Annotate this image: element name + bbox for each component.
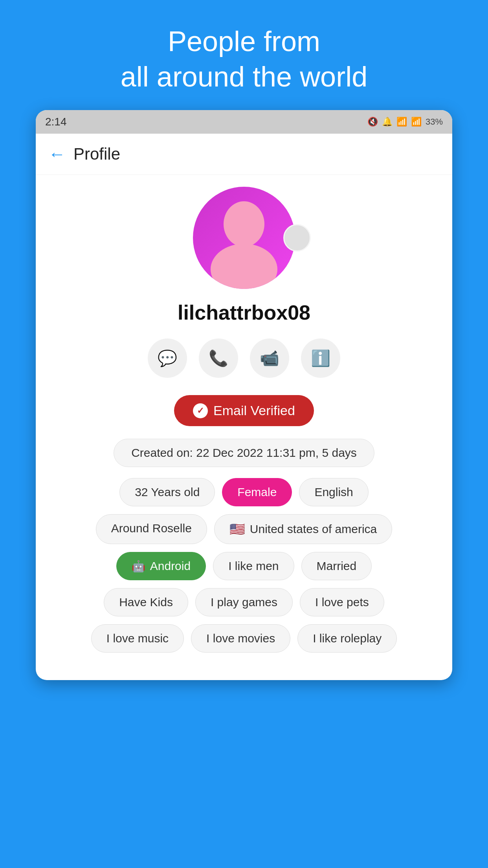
status-icons: 🔇 🔔 📶 📶 33%: [367, 117, 443, 127]
pets-tag: I love pets: [300, 588, 384, 616]
country-label: United states of america: [250, 522, 377, 536]
created-on-badge: Created on: 22 Dec 2022 11:31 pm, 5 days: [114, 439, 374, 467]
video-icon: 📹: [260, 349, 279, 368]
chat-icon: 💬: [158, 349, 177, 368]
nav-bar: ← Profile: [36, 134, 452, 175]
header-section: People from all around the world: [0, 0, 488, 110]
movies-tag: I love movies: [191, 624, 290, 653]
header-line2: all around the world: [121, 61, 367, 92]
email-verified-badge: ✓ Email Verified: [174, 395, 314, 426]
online-indicator: [283, 224, 311, 252]
gender-tag: Female: [222, 478, 292, 506]
svg-point-1: [211, 244, 277, 289]
phone-frame: 2:14 🔇 🔔 📶 📶 33% ← Profile: [36, 110, 452, 680]
language-tag: English: [299, 478, 368, 506]
age-tag: 32 Years old: [119, 478, 215, 506]
tags-row-2: Around Roselle 🇺🇸 United states of ameri…: [55, 514, 433, 544]
platform-tag: 🤖 Android: [116, 552, 206, 580]
location-tag: Around Roselle: [96, 514, 207, 544]
profile-content: lilchattrbox08 💬 📞 📹 ℹ️ ✓ Email Verified…: [36, 175, 452, 680]
tags-row-4: Have Kids I play games I love pets: [55, 588, 433, 616]
check-icon: ✓: [193, 403, 208, 418]
avatar-svg: [193, 187, 295, 289]
preference-tag: I like men: [213, 552, 294, 580]
header-line1: People from: [168, 26, 320, 57]
music-tag: I love music: [91, 624, 184, 653]
chat-button[interactable]: 💬: [148, 338, 187, 378]
tags-row-1: 32 Years old Female English: [55, 478, 433, 506]
roleplay-tag: I like roleplay: [297, 624, 397, 653]
header-title: People from all around the world: [0, 24, 488, 94]
action-buttons: 💬 📞 📹 ℹ️: [148, 338, 340, 378]
flag-icon: 🇺🇸: [229, 522, 245, 537]
country-tag: 🇺🇸 United states of america: [214, 514, 392, 544]
tags-row-3: 🤖 Android I like men Married: [55, 552, 433, 580]
avatar: [193, 187, 295, 289]
battery-text: 33%: [426, 117, 443, 127]
games-tag: I play games: [195, 588, 293, 616]
alarm-icon: 🔔: [382, 117, 393, 127]
mute-icon: 🔇: [367, 117, 378, 127]
back-button[interactable]: ←: [48, 145, 66, 163]
wifi-icon: 📶: [396, 117, 407, 127]
kids-tag: Have Kids: [104, 588, 188, 616]
platform-label: Android: [150, 559, 191, 573]
status-time: 2:14: [45, 116, 67, 128]
tags-row-5: I love music I love movies I like rolepl…: [55, 624, 433, 653]
info-button[interactable]: ℹ️: [301, 338, 340, 378]
username: lilchattrbox08: [178, 301, 310, 324]
svg-point-0: [224, 201, 264, 247]
status-bar: 2:14 🔇 🔔 📶 📶 33%: [36, 110, 452, 134]
phone-icon: 📞: [209, 349, 228, 368]
page-title: Profile: [73, 145, 120, 164]
android-icon: 🤖: [132, 560, 145, 573]
email-verified-label: Email Verified: [213, 403, 295, 418]
info-icon: ℹ️: [311, 349, 330, 368]
phone-button[interactable]: 📞: [199, 338, 238, 378]
avatar-container: [193, 187, 295, 289]
relationship-tag: Married: [301, 552, 372, 580]
signal-icon: 📶: [411, 117, 422, 127]
video-button[interactable]: 📹: [250, 338, 289, 378]
